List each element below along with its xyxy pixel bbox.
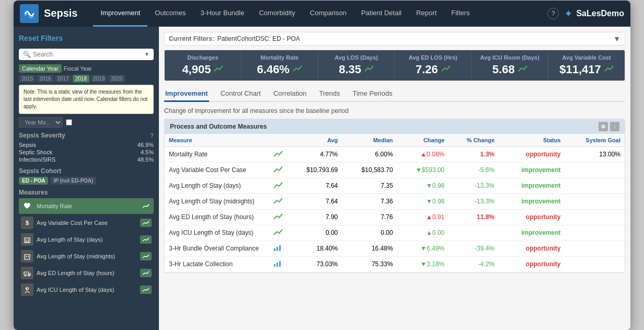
col-system-goal: System Goal xyxy=(565,134,625,147)
cell-median: 7.76 xyxy=(342,209,397,225)
cell-pct-change: 11.8% xyxy=(448,209,499,225)
metric-discharges-label: Discharges xyxy=(171,54,235,61)
svg-rect-19 xyxy=(279,245,281,251)
metric-mortality-value-row: 6.46% xyxy=(248,63,312,76)
year-2018[interactable]: 2018 xyxy=(73,75,89,83)
search-input[interactable] xyxy=(33,51,144,58)
col-measure: Measure xyxy=(165,134,269,147)
metric-avg-ed-los-value: 7.26 xyxy=(416,63,438,76)
measure-los-midnights[interactable]: Avg Length of Stay (midnights) xyxy=(19,248,154,264)
measure-mortality-chart[interactable] xyxy=(140,202,152,210)
nav-filters[interactable]: Filters xyxy=(444,1,477,27)
cell-pct-change: -39.4% xyxy=(448,241,499,256)
nav-outcomes[interactable]: Outcomes xyxy=(147,1,193,27)
cell-avg: 7.64 xyxy=(287,194,342,209)
help-button[interactable]: ? xyxy=(547,8,559,19)
cell-measure: 3-Hr Lactate Collection xyxy=(165,256,269,272)
tab-time-periods[interactable]: Time Periods xyxy=(352,86,394,102)
table-row: Avg Length of Stay (midnights) 7.64 7.36… xyxy=(165,194,625,209)
tabs-row: Improvement Control Chart Correlation Tr… xyxy=(164,86,625,102)
svg-rect-2 xyxy=(28,240,29,241)
cell-change: ▼3.18% xyxy=(397,256,449,272)
table-row: 3-Hr Lactate Collection 73.03% 75.33% ▼3… xyxy=(165,256,625,272)
year-2015[interactable]: 2015 xyxy=(19,75,36,83)
cell-pct-change xyxy=(448,225,499,241)
severity-sepsis: Sepsis 46.9% xyxy=(19,141,154,149)
cell-icon xyxy=(269,256,287,272)
table-icons: ⊞ ↓ xyxy=(599,122,619,131)
measures-list: Mortality Rate $ Avg Variable Cost Per C… xyxy=(19,198,154,298)
table-download-icon[interactable]: ↓ xyxy=(610,122,619,131)
cell-change: ▼0.98 xyxy=(397,194,449,209)
cell-measure: Avg Length of Stay (days) xyxy=(165,178,269,194)
cell-median: $10,583.70 xyxy=(342,162,397,178)
metric-avg-ed-los-label: Avg ED LOS (Hrs) xyxy=(401,54,465,61)
cell-system-goal xyxy=(565,209,625,225)
measure-icu-los-chart[interactable] xyxy=(140,286,152,294)
measure-los-days-label: Avg Length of Stay (days) xyxy=(37,236,137,243)
year-mo-select[interactable]: Year Mo... xyxy=(19,117,63,128)
severity-help-icon[interactable]: ? xyxy=(150,132,154,139)
cell-measure: 3-Hr Bundle Overall Compliance xyxy=(165,241,269,256)
svg-rect-22 xyxy=(279,261,281,267)
chevron-down-icon: ▼ xyxy=(144,51,150,57)
measure-icon-dollar: $ xyxy=(21,217,33,229)
app-title: Sepsis xyxy=(44,7,77,19)
measure-icon-building-los xyxy=(21,233,33,246)
nav-comorbidity[interactable]: Comorbidity xyxy=(251,1,302,27)
table-row: Avg Length of Stay (days) 7.64 7.35 ▼0.9… xyxy=(165,178,625,194)
measure-los-days[interactable]: Avg Length of Stay (days) xyxy=(19,232,154,247)
nav-improvement[interactable]: Improvement xyxy=(93,1,147,27)
year-2016[interactable]: 2016 xyxy=(37,75,53,83)
main-content: Current Filters: PatientCohortDSC: ED - … xyxy=(159,27,630,330)
cohort-ip-not-ed[interactable]: IP (not ED-POA) xyxy=(50,177,96,185)
metric-avg-los-label: Avg LOS (Days) xyxy=(325,54,388,61)
sepsis-cohort-title: Sepsis Cohort xyxy=(19,167,154,175)
brand-logo: ✦ SaLesDemo xyxy=(564,7,624,20)
nav-3hour-bundle[interactable]: 3-Hour Bundle xyxy=(193,1,252,27)
data-table: Measure Avg Median Change % Change Statu… xyxy=(165,134,625,272)
svg-point-11 xyxy=(28,275,29,276)
year-2020[interactable]: 2020 xyxy=(108,75,125,83)
sidebar: Reset Filters 🔍 ▼ Calendar Year Fiscal Y… xyxy=(14,27,159,330)
metric-mortality-rate: Mortality Rate 6.46% xyxy=(242,50,318,81)
measure-variable-cost-chart[interactable] xyxy=(140,219,152,227)
filters-dropdown-icon[interactable]: ▼ xyxy=(613,35,620,43)
cell-median: 7.36 xyxy=(342,194,397,209)
tooltip-box: Note: This is a static view of the measu… xyxy=(19,85,154,114)
nav-patient-detail[interactable]: Patient Detail xyxy=(354,1,409,27)
tab-control-chart[interactable]: Control Chart xyxy=(220,86,262,102)
table-row: Avg ED Length of Stay (hours) 7.90 7.76 … xyxy=(165,209,625,225)
year-2017[interactable]: 2017 xyxy=(55,75,72,83)
nav-report[interactable]: Report xyxy=(409,1,444,27)
severity-infection-sirs: Infection/SIRS 48.5% xyxy=(19,156,154,163)
measure-variable-cost[interactable]: $ Avg Variable Cost Per Case xyxy=(19,215,154,231)
tab-trends[interactable]: Trends xyxy=(318,86,341,102)
measure-ed-los-chart[interactable] xyxy=(140,269,152,277)
measure-icu-los[interactable]: Avg ICU Length of Stay (days) xyxy=(19,282,154,298)
cell-avg: 7.64 xyxy=(287,178,342,194)
metric-discharges-trend xyxy=(214,65,223,74)
fiscal-year-button[interactable]: Fiscal Year xyxy=(64,65,92,72)
table-header: Process and Outcome Measures ⊞ ↓ xyxy=(165,119,625,134)
search-box: 🔍 ▼ xyxy=(19,49,154,60)
metric-avg-los-trend xyxy=(364,65,374,74)
measure-los-mid-chart[interactable] xyxy=(140,252,152,260)
cohort-ed-poa[interactable]: ED - POA xyxy=(19,177,48,185)
year-mo-checkbox[interactable] xyxy=(66,119,72,126)
measure-ed-los[interactable]: Avg ED Length of Stay (hours) xyxy=(19,265,154,281)
header: Sepsis Improvement Outcomes 3-Hour Bundl… xyxy=(14,1,630,27)
cell-pct-change: 1.3% xyxy=(448,146,499,162)
reset-filters-button[interactable]: Reset Filters xyxy=(19,32,154,44)
tab-correlation[interactable]: Correlation xyxy=(272,86,308,102)
year-2019[interactable]: 2019 xyxy=(90,75,107,83)
svg-rect-21 xyxy=(277,263,278,267)
nav-comparison[interactable]: Comparison xyxy=(303,1,354,27)
cell-status: opportunity xyxy=(499,146,565,162)
measure-los-days-chart[interactable] xyxy=(140,235,152,244)
tab-improvement[interactable]: Improvement xyxy=(164,86,209,102)
calendar-year-button[interactable]: Calendar Year xyxy=(19,64,62,73)
table-export-icon[interactable]: ⊞ xyxy=(599,122,608,131)
metric-avg-icu-trend xyxy=(518,65,527,74)
measure-mortality-rate[interactable]: Mortality Rate xyxy=(19,198,154,214)
